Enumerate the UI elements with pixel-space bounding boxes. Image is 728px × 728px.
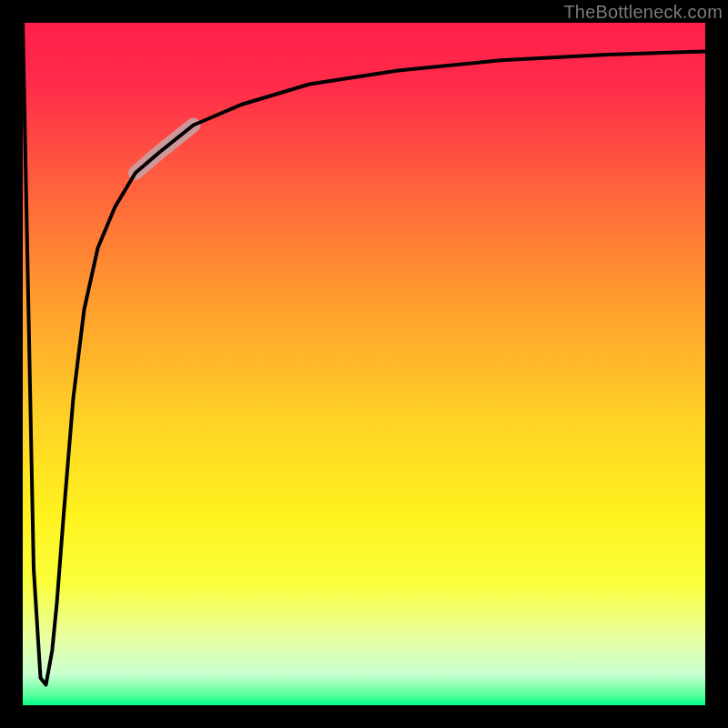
plot-area: [23, 23, 705, 705]
watermark-text: TheBottleneck.com: [563, 2, 723, 23]
bottleneck-curve: [23, 23, 705, 685]
curve-layer: [23, 23, 705, 705]
chart-frame: TheBottleneck.com: [0, 0, 728, 728]
